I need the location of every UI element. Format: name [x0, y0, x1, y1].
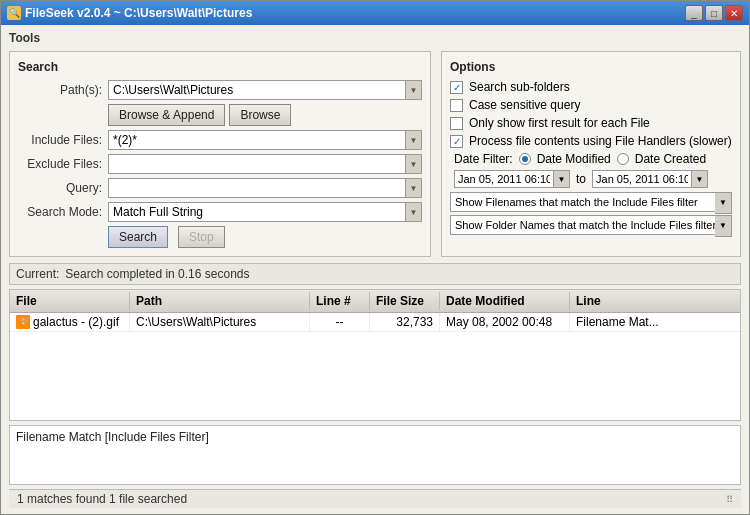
exclude-files-input[interactable]	[108, 154, 406, 174]
browse-append-button[interactable]: Browse & Append	[108, 104, 225, 126]
status-bar: 1 matches found 1 file searched ⠿	[9, 489, 741, 508]
case-sensitive-label: Case sensitive query	[469, 98, 580, 112]
paths-row: Path(s): ▼	[18, 80, 422, 100]
search-mode-row: Search Mode: Match Full String Contains …	[18, 202, 422, 222]
subfolders-checkbox[interactable]	[450, 81, 463, 94]
query-label: Query:	[18, 181, 108, 195]
include-files-control: ▼	[108, 130, 422, 150]
exclude-files-arrow[interactable]: ▼	[406, 154, 422, 174]
search-title: Search	[18, 60, 422, 74]
table-row[interactable]: 🎨 galactus - (2).gif C:\Users\Walt\Pictu…	[10, 313, 740, 332]
date-modified-radio[interactable]	[519, 153, 531, 165]
file-icon: 🎨	[16, 315, 30, 329]
exclude-files-control: ▼	[108, 154, 422, 174]
browse-row: Browse & Append Browse	[108, 104, 422, 126]
paths-control: ▼	[108, 80, 422, 100]
date-to-group: ▼	[592, 170, 708, 188]
title-bar: 🔍 FileSeek v2.0.4 ~ C:\Users\Walt\Pictur…	[1, 1, 749, 25]
subfolders-label: Search sub-folders	[469, 80, 570, 94]
table-header: File Path Line # File Size Date Modified…	[10, 290, 740, 313]
date-to-input[interactable]	[592, 170, 692, 188]
stop-button[interactable]: Stop	[178, 226, 225, 248]
search-buttons-row: Search Stop	[108, 226, 422, 248]
cell-date: May 08, 2002 00:48	[440, 313, 570, 331]
options-panel: Options Search sub-folders Case sensitiv…	[441, 51, 741, 257]
main-window: 🔍 FileSeek v2.0.4 ~ C:\Users\Walt\Pictur…	[0, 0, 750, 515]
date-modified-label: Date Modified	[537, 152, 611, 166]
file-handlers-checkbox[interactable]	[450, 135, 463, 148]
log-panel: Filename Match [Include Files Filter]	[9, 425, 741, 485]
first-result-label: Only show first result for each File	[469, 116, 650, 130]
filter-folder-row: Show Folder Names that match the Include…	[450, 215, 732, 235]
date-from-input[interactable]	[454, 170, 554, 188]
first-result-row: Only show first result for each File	[450, 116, 732, 130]
query-wrapper: ▼	[108, 178, 422, 198]
paths-dropdown-arrow[interactable]: ▼	[406, 80, 422, 100]
paths-input[interactable]	[108, 80, 406, 100]
search-button[interactable]: Search	[108, 226, 168, 248]
filter-include-wrapper: Show Filenames that match the Include Fi…	[450, 192, 732, 212]
title-controls: _ □ ✕	[685, 5, 743, 21]
query-control: ▼	[108, 178, 422, 198]
query-input[interactable]	[108, 178, 406, 198]
include-files-row: Include Files: ▼	[18, 130, 422, 150]
date-from-group: ▼	[454, 170, 570, 188]
col-header-size: File Size	[370, 292, 440, 310]
main-content: Tools Search Path(s): ▼ Brow	[1, 25, 749, 514]
filter-folder-select[interactable]: Show Folder Names that match the Include…	[450, 215, 732, 235]
current-label: Current:	[16, 267, 59, 281]
options-title: Options	[450, 60, 732, 74]
cell-linetext: Filename Mat...	[570, 313, 740, 331]
file-handlers-label: Process file contents using File Handler…	[469, 134, 732, 148]
include-files-input[interactable]	[108, 130, 406, 150]
maximize-button[interactable]: □	[705, 5, 723, 21]
date-filter-row: Date Filter: Date Modified Date Created	[454, 152, 732, 166]
cell-file-text: galactus - (2).gif	[33, 315, 119, 329]
exclude-files-wrapper: ▼	[108, 154, 422, 174]
first-result-checkbox[interactable]	[450, 117, 463, 130]
col-header-path: Path	[130, 292, 310, 310]
exclude-files-row: Exclude Files: ▼	[18, 154, 422, 174]
table-body: 🎨 galactus - (2).gif C:\Users\Walt\Pictu…	[10, 313, 740, 420]
include-files-arrow[interactable]: ▼	[406, 130, 422, 150]
search-mode-arrow[interactable]: ▼	[406, 202, 422, 222]
case-sensitive-row: Case sensitive query	[450, 98, 732, 112]
subfolders-row: Search sub-folders	[450, 80, 732, 94]
date-created-radio[interactable]	[617, 153, 629, 165]
search-mode-control: Match Full String Contains Regex ▼	[108, 202, 422, 222]
date-inputs-row: ▼ to ▼	[454, 170, 732, 188]
date-from-calendar-button[interactable]: ▼	[554, 170, 570, 188]
minimize-button[interactable]: _	[685, 5, 703, 21]
filter-include-select[interactable]: Show Filenames that match the Include Fi…	[450, 192, 732, 212]
current-bar: Current: Search completed in 0.16 second…	[9, 263, 741, 285]
search-mode-wrapper: Match Full String Contains Regex ▼	[108, 202, 422, 222]
file-handlers-row: Process file contents using File Handler…	[450, 134, 732, 148]
case-sensitive-checkbox[interactable]	[450, 99, 463, 112]
query-row: Query: ▼	[18, 178, 422, 198]
status-text: 1 matches found 1 file searched	[17, 492, 187, 506]
to-label: to	[576, 172, 586, 186]
col-header-linetext: Line	[570, 292, 740, 310]
date-to-calendar-button[interactable]: ▼	[692, 170, 708, 188]
log-content: Filename Match [Include Files Filter]	[16, 430, 209, 444]
results-table: File Path Line # File Size Date Modified…	[9, 289, 741, 421]
close-button[interactable]: ✕	[725, 5, 743, 21]
cell-file: 🎨 galactus - (2).gif	[10, 313, 130, 331]
col-header-date: Date Modified	[440, 292, 570, 310]
query-arrow[interactable]: ▼	[406, 178, 422, 198]
date-created-label: Date Created	[635, 152, 706, 166]
app-icon: 🔍	[7, 6, 21, 20]
title-bar-left: 🔍 FileSeek v2.0.4 ~ C:\Users\Walt\Pictur…	[7, 6, 252, 20]
resize-grip: ⠿	[726, 494, 733, 505]
tools-label: Tools	[9, 31, 741, 45]
include-files-label: Include Files:	[18, 133, 108, 147]
date-filter-label: Date Filter:	[454, 152, 513, 166]
search-mode-select[interactable]: Match Full String Contains Regex	[108, 202, 406, 222]
paths-label: Path(s):	[18, 83, 108, 97]
exclude-files-label: Exclude Files:	[18, 157, 108, 171]
col-header-file: File	[10, 292, 130, 310]
col-header-line: Line #	[310, 292, 370, 310]
browse-button[interactable]: Browse	[229, 104, 291, 126]
filter-folder-wrapper: Show Folder Names that match the Include…	[450, 215, 732, 235]
search-panel: Search Path(s): ▼ Browse & Append Browse	[9, 51, 431, 257]
